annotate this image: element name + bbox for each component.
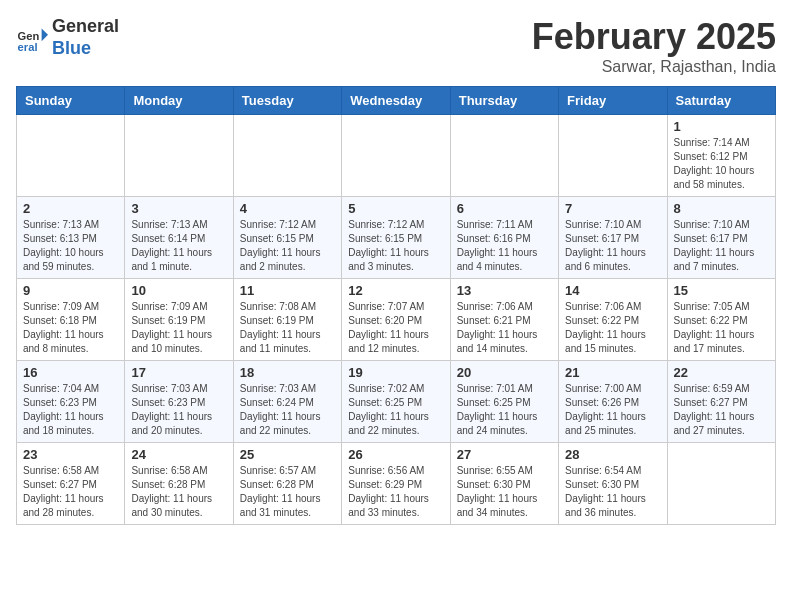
day-info: Sunrise: 7:12 AM Sunset: 6:15 PM Dayligh… [348, 218, 443, 274]
day-info: Sunrise: 7:02 AM Sunset: 6:25 PM Dayligh… [348, 382, 443, 438]
calendar-cell: 21Sunrise: 7:00 AM Sunset: 6:26 PM Dayli… [559, 361, 667, 443]
logo-icon: Gen eral [16, 22, 48, 54]
weekday-header-thursday: Thursday [450, 87, 558, 115]
calendar-cell: 4Sunrise: 7:12 AM Sunset: 6:15 PM Daylig… [233, 197, 341, 279]
day-info: Sunrise: 7:08 AM Sunset: 6:19 PM Dayligh… [240, 300, 335, 356]
day-info: Sunrise: 7:12 AM Sunset: 6:15 PM Dayligh… [240, 218, 335, 274]
day-number: 12 [348, 283, 443, 298]
day-info: Sunrise: 7:13 AM Sunset: 6:13 PM Dayligh… [23, 218, 118, 274]
day-number: 20 [457, 365, 552, 380]
day-number: 18 [240, 365, 335, 380]
day-number: 21 [565, 365, 660, 380]
day-info: Sunrise: 7:03 AM Sunset: 6:24 PM Dayligh… [240, 382, 335, 438]
calendar-cell [233, 115, 341, 197]
day-number: 9 [23, 283, 118, 298]
logo-general: General [52, 16, 119, 36]
weekday-header-monday: Monday [125, 87, 233, 115]
day-info: Sunrise: 7:06 AM Sunset: 6:22 PM Dayligh… [565, 300, 660, 356]
day-number: 28 [565, 447, 660, 462]
day-info: Sunrise: 6:57 AM Sunset: 6:28 PM Dayligh… [240, 464, 335, 520]
weekday-header-wednesday: Wednesday [342, 87, 450, 115]
day-number: 23 [23, 447, 118, 462]
weekday-header-sunday: Sunday [17, 87, 125, 115]
day-number: 17 [131, 365, 226, 380]
day-number: 1 [674, 119, 769, 134]
day-info: Sunrise: 6:59 AM Sunset: 6:27 PM Dayligh… [674, 382, 769, 438]
calendar-cell: 11Sunrise: 7:08 AM Sunset: 6:19 PM Dayli… [233, 279, 341, 361]
calendar-cell: 8Sunrise: 7:10 AM Sunset: 6:17 PM Daylig… [667, 197, 775, 279]
calendar-cell: 3Sunrise: 7:13 AM Sunset: 6:14 PM Daylig… [125, 197, 233, 279]
calendar-cell: 26Sunrise: 6:56 AM Sunset: 6:29 PM Dayli… [342, 443, 450, 525]
calendar-cell [450, 115, 558, 197]
day-info: Sunrise: 6:54 AM Sunset: 6:30 PM Dayligh… [565, 464, 660, 520]
day-number: 19 [348, 365, 443, 380]
day-info: Sunrise: 7:03 AM Sunset: 6:23 PM Dayligh… [131, 382, 226, 438]
day-number: 25 [240, 447, 335, 462]
calendar-cell: 16Sunrise: 7:04 AM Sunset: 6:23 PM Dayli… [17, 361, 125, 443]
day-info: Sunrise: 7:14 AM Sunset: 6:12 PM Dayligh… [674, 136, 769, 192]
day-number: 5 [348, 201, 443, 216]
calendar-cell: 2Sunrise: 7:13 AM Sunset: 6:13 PM Daylig… [17, 197, 125, 279]
day-number: 26 [348, 447, 443, 462]
calendar-cell: 20Sunrise: 7:01 AM Sunset: 6:25 PM Dayli… [450, 361, 558, 443]
svg-text:Gen: Gen [18, 29, 40, 41]
day-number: 4 [240, 201, 335, 216]
day-info: Sunrise: 7:00 AM Sunset: 6:26 PM Dayligh… [565, 382, 660, 438]
day-info: Sunrise: 7:05 AM Sunset: 6:22 PM Dayligh… [674, 300, 769, 356]
calendar-cell: 15Sunrise: 7:05 AM Sunset: 6:22 PM Dayli… [667, 279, 775, 361]
day-number: 14 [565, 283, 660, 298]
calendar-cell [17, 115, 125, 197]
day-info: Sunrise: 7:04 AM Sunset: 6:23 PM Dayligh… [23, 382, 118, 438]
svg-text:eral: eral [18, 40, 38, 52]
day-info: Sunrise: 7:09 AM Sunset: 6:18 PM Dayligh… [23, 300, 118, 356]
day-info: Sunrise: 6:56 AM Sunset: 6:29 PM Dayligh… [348, 464, 443, 520]
logo: Gen eral General Blue [16, 16, 119, 59]
day-info: Sunrise: 7:11 AM Sunset: 6:16 PM Dayligh… [457, 218, 552, 274]
day-number: 24 [131, 447, 226, 462]
day-number: 22 [674, 365, 769, 380]
logo-blue: Blue [52, 38, 91, 58]
calendar-cell [125, 115, 233, 197]
day-number: 8 [674, 201, 769, 216]
day-info: Sunrise: 7:07 AM Sunset: 6:20 PM Dayligh… [348, 300, 443, 356]
svg-marker-2 [42, 28, 48, 41]
day-number: 6 [457, 201, 552, 216]
calendar-week-5: 23Sunrise: 6:58 AM Sunset: 6:27 PM Dayli… [17, 443, 776, 525]
calendar-cell: 6Sunrise: 7:11 AM Sunset: 6:16 PM Daylig… [450, 197, 558, 279]
calendar-cell: 25Sunrise: 6:57 AM Sunset: 6:28 PM Dayli… [233, 443, 341, 525]
calendar-cell [342, 115, 450, 197]
calendar-cell: 18Sunrise: 7:03 AM Sunset: 6:24 PM Dayli… [233, 361, 341, 443]
day-info: Sunrise: 7:01 AM Sunset: 6:25 PM Dayligh… [457, 382, 552, 438]
day-info: Sunrise: 7:06 AM Sunset: 6:21 PM Dayligh… [457, 300, 552, 356]
day-number: 2 [23, 201, 118, 216]
calendar-cell: 5Sunrise: 7:12 AM Sunset: 6:15 PM Daylig… [342, 197, 450, 279]
day-number: 27 [457, 447, 552, 462]
location-subtitle: Sarwar, Rajasthan, India [532, 58, 776, 76]
day-number: 11 [240, 283, 335, 298]
day-info: Sunrise: 7:09 AM Sunset: 6:19 PM Dayligh… [131, 300, 226, 356]
calendar-cell: 22Sunrise: 6:59 AM Sunset: 6:27 PM Dayli… [667, 361, 775, 443]
calendar-week-4: 16Sunrise: 7:04 AM Sunset: 6:23 PM Dayli… [17, 361, 776, 443]
title-block: February 2025 Sarwar, Rajasthan, India [532, 16, 776, 76]
calendar-cell: 19Sunrise: 7:02 AM Sunset: 6:25 PM Dayli… [342, 361, 450, 443]
calendar-week-3: 9Sunrise: 7:09 AM Sunset: 6:18 PM Daylig… [17, 279, 776, 361]
day-number: 3 [131, 201, 226, 216]
day-number: 15 [674, 283, 769, 298]
calendar-cell: 10Sunrise: 7:09 AM Sunset: 6:19 PM Dayli… [125, 279, 233, 361]
calendar-cell: 12Sunrise: 7:07 AM Sunset: 6:20 PM Dayli… [342, 279, 450, 361]
calendar-cell [559, 115, 667, 197]
calendar-cell: 27Sunrise: 6:55 AM Sunset: 6:30 PM Dayli… [450, 443, 558, 525]
calendar-week-2: 2Sunrise: 7:13 AM Sunset: 6:13 PM Daylig… [17, 197, 776, 279]
day-info: Sunrise: 7:13 AM Sunset: 6:14 PM Dayligh… [131, 218, 226, 274]
weekday-header-saturday: Saturday [667, 87, 775, 115]
logo-text: General Blue [52, 16, 119, 59]
month-title: February 2025 [532, 16, 776, 58]
day-info: Sunrise: 6:58 AM Sunset: 6:27 PM Dayligh… [23, 464, 118, 520]
day-number: 10 [131, 283, 226, 298]
day-number: 7 [565, 201, 660, 216]
day-number: 16 [23, 365, 118, 380]
calendar-cell: 14Sunrise: 7:06 AM Sunset: 6:22 PM Dayli… [559, 279, 667, 361]
day-info: Sunrise: 6:58 AM Sunset: 6:28 PM Dayligh… [131, 464, 226, 520]
calendar-cell: 28Sunrise: 6:54 AM Sunset: 6:30 PM Dayli… [559, 443, 667, 525]
day-info: Sunrise: 7:10 AM Sunset: 6:17 PM Dayligh… [674, 218, 769, 274]
